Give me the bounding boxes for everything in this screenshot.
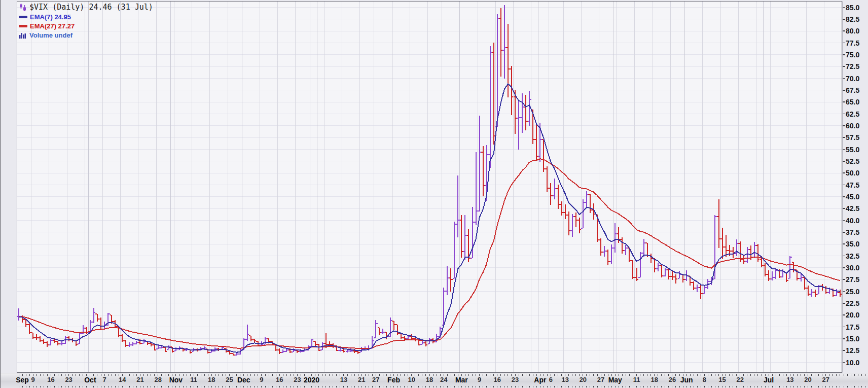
x-axis-label: Dec xyxy=(237,376,250,384)
y-axis-label: 10.0 xyxy=(846,359,859,367)
x-axis-label: 18 xyxy=(426,376,433,383)
x-axis-label: 25 xyxy=(226,376,233,383)
y-axis-label: 80.0 xyxy=(846,27,859,35)
x-axis-label: 18 xyxy=(208,376,215,383)
x-axis-label: 21 xyxy=(136,376,143,383)
plot-background xyxy=(17,2,842,373)
x-axis-label: Jun xyxy=(680,376,693,384)
y-axis-label: 17.5 xyxy=(846,323,859,331)
y-axis-label: 52.5 xyxy=(846,157,859,165)
x-axis-label: 13 xyxy=(561,376,568,383)
x-axis-label: Oct xyxy=(84,376,96,384)
candlestick-chart-icon xyxy=(19,3,27,12)
y-axis-label: 85.0 xyxy=(846,4,859,12)
plot-border xyxy=(17,2,842,373)
chart-title: $VIX (Daily) 24.46 (31 Jul) xyxy=(29,3,153,12)
x-axis-label: 21 xyxy=(358,376,365,383)
x-axis-label: May xyxy=(608,376,622,384)
x-axis-label: 9 xyxy=(260,376,263,383)
grid xyxy=(17,2,842,373)
y-axis-label: 12.5 xyxy=(846,346,859,355)
x-axis-label: 23 xyxy=(294,376,301,383)
x-axis-label: 28 xyxy=(154,376,161,383)
y-axis-label: 65.0 xyxy=(846,98,859,106)
x-axis-label: 24 xyxy=(440,376,447,383)
y-axis-label: 25.0 xyxy=(846,288,859,296)
x-axis-label: Jul xyxy=(764,376,774,384)
y-axis-label: 82.5 xyxy=(846,15,859,23)
x-axis-label: 27 xyxy=(822,376,829,383)
x-axis-label: 9 xyxy=(31,376,35,383)
x-axis-label: 10 xyxy=(408,376,415,383)
ema27-line-swatch xyxy=(19,25,27,27)
x-axis-label: 20 xyxy=(580,376,587,383)
x-axis-label: Mar xyxy=(455,376,468,384)
y-axis-label: 50.0 xyxy=(846,169,859,177)
x-axis-label: 26 xyxy=(669,376,676,383)
x-axis-label: 16 xyxy=(276,376,283,383)
ema7-line-swatch xyxy=(19,16,27,18)
y-axis-label: 72.5 xyxy=(846,62,859,70)
x-axis-label: Feb xyxy=(387,376,400,384)
ohlc-bars xyxy=(17,5,842,356)
legend-ema27-row: EMA(27) 27.27 xyxy=(19,21,153,30)
x-axis-label: 14 xyxy=(119,376,126,383)
y-axis-label: 15.0 xyxy=(846,335,859,343)
x-axis-label: 16 xyxy=(494,376,501,383)
y-axis-label: 77.5 xyxy=(846,39,859,47)
y-axis-label: 40.0 xyxy=(846,217,859,225)
x-axis-label: Nov xyxy=(169,376,183,384)
ema7-line xyxy=(19,84,840,352)
x-axis-label: 9 xyxy=(478,376,481,383)
y-axis-label: 27.5 xyxy=(846,275,859,284)
y-axis-label: 37.5 xyxy=(846,228,859,236)
volume-bars-icon xyxy=(19,32,27,39)
x-axis-label: Apr xyxy=(534,376,546,384)
x-axis-label: 27 xyxy=(372,376,379,383)
y-tick-marks xyxy=(843,8,845,363)
x-axis-label: 11 xyxy=(633,376,640,383)
x-axis-label: 22 xyxy=(737,376,744,383)
stockcharts-vix-daily-chart: 10.012.515.017.520.022.525.027.530.032.5… xyxy=(0,0,868,388)
y-axis-label: 20.0 xyxy=(846,311,859,319)
x-axis-label: 23 xyxy=(512,376,519,383)
x-axis-label: 7 xyxy=(102,376,106,383)
x-axis-label: 20 xyxy=(804,376,811,383)
x-axis-label: 13 xyxy=(340,376,347,383)
y-axis-label: 67.5 xyxy=(846,86,859,94)
x-axis-label: Sep xyxy=(16,376,29,384)
ema27-line xyxy=(19,159,840,348)
y-axis-label: 30.0 xyxy=(846,264,859,272)
x-axis-label: 18 xyxy=(650,376,658,383)
legend-title-row: $VIX (Daily) 24.46 (31 Jul) xyxy=(19,2,153,12)
x-axis-label: 23 xyxy=(65,376,72,383)
x-axis-label: 2020 xyxy=(304,376,319,384)
price-plot xyxy=(1,0,868,388)
y-axis-label: 60.0 xyxy=(846,122,859,130)
y-axis-label: 75.0 xyxy=(846,51,859,59)
chart-legend: $VIX (Daily) 24.46 (31 Jul) EMA(7) 24.95… xyxy=(19,2,153,40)
legend-volume-row: Volume undef xyxy=(19,30,153,40)
x-axis-label: 13 xyxy=(786,376,793,383)
ema27-label: EMA(27) 27.27 xyxy=(30,22,75,30)
x-axis-label: 8 xyxy=(703,376,706,383)
x-axis-label: 27 xyxy=(597,376,604,383)
y-axis-label: 22.5 xyxy=(846,299,859,307)
y-axis-label: 55.0 xyxy=(846,146,859,154)
ema7-label: EMA(7) 24.95 xyxy=(30,13,71,21)
x-axis-label: 16 xyxy=(47,376,54,383)
y-axis-label: 35.0 xyxy=(846,240,859,248)
volume-label: Volume undef xyxy=(29,31,73,39)
legend-ema7-row: EMA(7) 24.95 xyxy=(19,12,153,21)
y-axis-label: 47.5 xyxy=(846,181,859,189)
x-axis-label: 11 xyxy=(190,376,197,383)
x-axis-label: 6 xyxy=(549,376,553,383)
y-axis-label: 62.5 xyxy=(846,110,859,118)
y-axis-label: 42.5 xyxy=(846,204,859,213)
x-axis-label: 15 xyxy=(718,376,726,383)
y-axis-label: 32.5 xyxy=(846,252,859,260)
y-axis-label: 45.0 xyxy=(846,193,859,201)
y-axis-label: 70.0 xyxy=(846,75,859,83)
y-axis-label: 57.5 xyxy=(846,133,859,142)
